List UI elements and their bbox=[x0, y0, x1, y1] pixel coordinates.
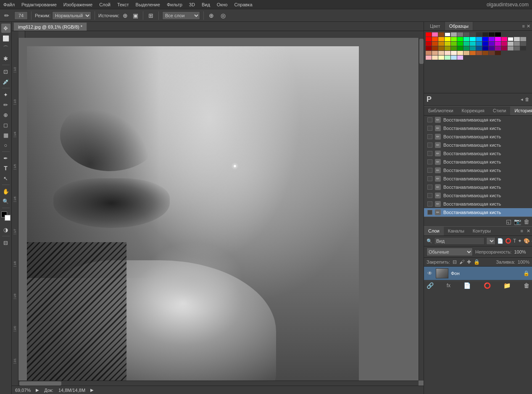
progress-icon[interactable]: ▶ bbox=[90, 388, 94, 392]
swatch-r4-15[interactable] bbox=[514, 46, 520, 50]
tab-correction[interactable]: Коррекция bbox=[458, 106, 489, 115]
history-new-snapshot-icon[interactable]: ◱ bbox=[506, 218, 511, 225]
swatch-dgray2[interactable] bbox=[470, 32, 476, 37]
swatch-r4-6[interactable] bbox=[457, 46, 463, 50]
file-tab[interactable]: img612.jpg @ 69,1% (RGB/8) * bbox=[13, 22, 87, 31]
layers-options-icon[interactable]: ≡ bbox=[519, 227, 525, 235]
history-checkbox-1[interactable] bbox=[427, 126, 432, 131]
layers-filter-icon-3[interactable]: T bbox=[513, 238, 516, 244]
swatch-r2-10[interactable] bbox=[482, 37, 488, 41]
history-item-11[interactable]: ✏ Восстанавливающая кисть bbox=[424, 208, 532, 217]
layers-close-icon[interactable]: ✕ bbox=[525, 227, 532, 235]
brush-tool-icon[interactable]: ✏ bbox=[3, 11, 11, 20]
menu-file[interactable]: Файл bbox=[3, 2, 15, 7]
swatch-r6-6[interactable] bbox=[457, 56, 463, 60]
swatch-r3-7[interactable] bbox=[464, 42, 469, 46]
swatch-r3-4[interactable] bbox=[445, 42, 450, 46]
tool-path-select[interactable]: ↖ bbox=[1, 174, 11, 183]
swatch-r4-12[interactable] bbox=[495, 46, 501, 50]
swatch-r3-3[interactable] bbox=[438, 42, 444, 46]
swatch-r2-15[interactable] bbox=[514, 37, 520, 41]
panel-close-icon[interactable]: ✕ bbox=[527, 24, 530, 29]
tool-screen-mode[interactable]: ⊟ bbox=[1, 238, 11, 247]
swatch-r5-4[interactable] bbox=[445, 51, 450, 55]
swatch-r4-3[interactable] bbox=[438, 46, 444, 50]
swatch-r5-9[interactable] bbox=[476, 51, 482, 55]
layer-group-icon[interactable]: 📁 bbox=[503, 282, 511, 289]
tool-gradient[interactable]: ▦ bbox=[1, 130, 11, 140]
menu-view[interactable]: Вид bbox=[202, 2, 210, 7]
swatch-r5-8[interactable] bbox=[470, 51, 476, 55]
swatch-r4-10[interactable] bbox=[482, 46, 488, 50]
layer-trash-icon[interactable]: 🗑 bbox=[524, 282, 529, 289]
swatch-black[interactable] bbox=[489, 32, 495, 37]
panel-trash-icon[interactable]: 🗑 bbox=[525, 97, 529, 102]
history-checkbox-4[interactable] bbox=[427, 151, 432, 156]
layers-select[interactable]: Все слои bbox=[162, 11, 200, 20]
swatch-r3-15[interactable] bbox=[514, 42, 520, 46]
tab-history[interactable]: История bbox=[510, 106, 532, 115]
menu-3d[interactable]: 3D bbox=[189, 2, 195, 7]
swatch-r4-9[interactable] bbox=[476, 46, 482, 50]
history-item-8[interactable]: ✏ Восстанавливающая кисть bbox=[424, 183, 532, 191]
scrollbar-thumb-v[interactable] bbox=[419, 39, 424, 64]
scrollbar-vertical[interactable] bbox=[419, 38, 424, 381]
history-checkbox-8[interactable] bbox=[427, 185, 432, 190]
menu-edit[interactable]: Редактирование bbox=[21, 2, 57, 7]
swatch-white[interactable] bbox=[445, 32, 450, 37]
menu-select[interactable]: Выделение bbox=[136, 2, 160, 7]
layers-filter-icon-2[interactable]: ⭕ bbox=[505, 238, 511, 244]
swatch-r3-8[interactable] bbox=[470, 42, 476, 46]
history-item-0[interactable]: ✏ Восстанавливающая кисть bbox=[424, 116, 532, 124]
toolbar-sample-icon[interactable]: ⊕ bbox=[207, 11, 216, 20]
menu-help[interactable]: Справка bbox=[234, 2, 252, 7]
swatch-r3-13[interactable] bbox=[501, 42, 507, 46]
swatch-r3-5[interactable] bbox=[451, 42, 457, 46]
history-checkbox-7[interactable] bbox=[427, 176, 432, 181]
history-item-4[interactable]: ✏ Восстанавливающая кисть bbox=[424, 149, 532, 158]
swatch-r5-10[interactable] bbox=[482, 51, 488, 55]
swatch-r4-8[interactable] bbox=[470, 46, 476, 50]
swatch-r3-11[interactable] bbox=[489, 42, 495, 46]
swatch-r5-11[interactable] bbox=[489, 51, 495, 55]
swatch-r4-16[interactable] bbox=[520, 46, 526, 50]
layers-filter-select[interactable] bbox=[486, 237, 495, 245]
swatch-dgray1[interactable] bbox=[464, 32, 469, 37]
swatch-r6-4[interactable] bbox=[445, 56, 450, 60]
swatch-r2-11[interactable] bbox=[489, 37, 495, 41]
tab-paths[interactable]: Контуры bbox=[469, 227, 495, 235]
history-camera-icon[interactable]: 📷 bbox=[514, 218, 521, 225]
lock-pixels-icon[interactable]: ⊟ bbox=[453, 259, 457, 265]
layer-mask-icon[interactable]: ⭕ bbox=[484, 282, 491, 289]
tool-eyedropper[interactable]: 💉 bbox=[1, 77, 11, 86]
swatch-r5-6[interactable] bbox=[457, 51, 463, 55]
tab-color[interactable]: Цвет bbox=[426, 22, 445, 30]
swatch-r4-4[interactable] bbox=[445, 46, 450, 50]
tool-eraser[interactable]: ◻ bbox=[1, 120, 11, 130]
lock-paint-icon[interactable]: 🖌 bbox=[459, 259, 464, 265]
brush-size-input[interactable] bbox=[14, 11, 28, 20]
history-checkbox-2[interactable] bbox=[427, 134, 432, 139]
source-pattern-icon[interactable]: ▣ bbox=[131, 11, 140, 20]
source-icon[interactable]: ⊕ bbox=[121, 11, 129, 20]
history-checkbox-11[interactable] bbox=[427, 210, 432, 215]
swatch-r3-14[interactable] bbox=[508, 42, 514, 46]
canvas-wrap[interactable] bbox=[18, 38, 424, 386]
swatch-r5-5[interactable] bbox=[451, 51, 457, 55]
swatch-r4-1[interactable] bbox=[426, 46, 432, 50]
layer-item-fond[interactable]: 👁 Фон 🔒 bbox=[424, 267, 532, 280]
tool-move[interactable]: ✥ bbox=[1, 24, 11, 33]
history-checkbox-6[interactable] bbox=[427, 168, 432, 173]
layer-name[interactable]: Фон bbox=[451, 271, 521, 276]
tool-type[interactable]: T bbox=[1, 164, 11, 173]
swatch-r5-1[interactable] bbox=[426, 51, 432, 55]
swatch-r4-5[interactable] bbox=[451, 46, 457, 50]
panel-arrow-icon[interactable]: ◂ bbox=[521, 97, 523, 102]
history-checkbox-10[interactable] bbox=[427, 201, 432, 206]
menu-layer[interactable]: Слой bbox=[99, 2, 111, 7]
swatch-brown[interactable] bbox=[438, 32, 444, 37]
swatch-r4-2[interactable] bbox=[432, 46, 438, 50]
scrollbar-thumb-h[interactable] bbox=[19, 381, 61, 386]
history-item-1[interactable]: ✏ Восстанавливающая кисть bbox=[424, 124, 532, 132]
history-checkbox-9[interactable] bbox=[427, 193, 432, 198]
